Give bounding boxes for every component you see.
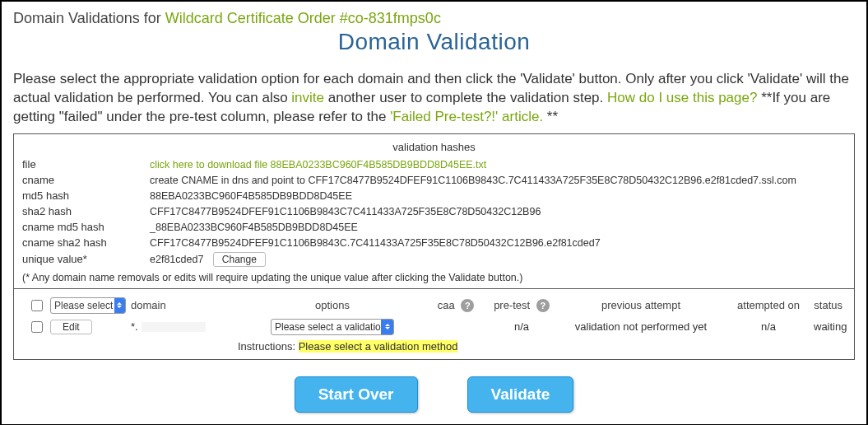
cname-label: cname (22, 174, 150, 186)
order-link[interactable]: Wildcard Certificate Order #co-831fmps0c (165, 10, 441, 26)
breadcrumb-prefix: Domain Validations for (13, 10, 165, 26)
bulk-action-select[interactable]: Please select a (50, 297, 126, 314)
action-button-row: Start Over Validate (13, 376, 855, 413)
row-checkbox[interactable] (31, 321, 43, 333)
dropdown-caret-icon (114, 298, 125, 313)
md5-value: 88EBA0233BC960F4B585DB9BDD8D45EE (150, 190, 846, 202)
hashes-footnote: (* Any domain name removals or edits wil… (22, 272, 846, 283)
file-label: file (22, 158, 150, 170)
page-title: Domain Validation (13, 29, 855, 55)
sha2-value: CFF17C8477B9524DFEF91C1106B9843C7C411433… (150, 206, 846, 217)
attempted-on-cell: n/a (723, 320, 814, 333)
previous-attempt-cell: validation not performed yet (559, 320, 723, 333)
header-previous-attempt: previous attempt (559, 299, 723, 311)
header-attempted-on: attempted on (723, 299, 814, 311)
header-pretest: pre-test (494, 299, 530, 311)
failed-pretest-link[interactable]: 'Failed Pre-test?!' article. (390, 109, 543, 124)
status-cell: waiting (814, 320, 850, 333)
instructions-row: Instructions: Please select a validation… (22, 340, 846, 353)
how-to-link[interactable]: How do I use this page? (607, 90, 757, 105)
start-over-button[interactable]: Start Over (295, 376, 418, 413)
cname-value: create CNAME in dns and point to CFF17C8… (150, 175, 846, 186)
sha2-label: sha2 hash (22, 205, 150, 217)
domain-redacted (142, 322, 206, 332)
cname-md5-value: _88EBA0233BC960F4B585DB9BDD8D45EE (150, 222, 846, 233)
pretest-help-icon[interactable]: ? (536, 299, 550, 312)
domain-cell: *. (131, 320, 238, 333)
unique-value-row: e2f81cded7 Change (150, 252, 846, 267)
change-button[interactable]: Change (213, 252, 266, 267)
header-options: options (238, 299, 427, 311)
bulk-action-select-text: Please select a (51, 298, 114, 313)
caa-help-icon[interactable]: ? (461, 299, 474, 312)
instructions-highlight: Please select a validation method (299, 340, 458, 353)
table-row: Edit *. Please select a validation n/a v… (22, 319, 846, 335)
cname-md5-label: cname md5 hash (22, 221, 150, 233)
breadcrumb: Domain Validations for Wildcard Certific… (13, 10, 855, 27)
unique-value: e2f81cded7 (150, 254, 203, 265)
cname-sha2-value: CFF17C8477B9524DFEF91C1106B9843C.7C41143… (150, 237, 846, 249)
file-download-link[interactable]: click here to download file 88EBA0233BC9… (150, 159, 846, 170)
instructions-label: Instructions: (238, 340, 299, 353)
invite-link[interactable]: invite (291, 90, 324, 105)
select-all-checkbox[interactable] (31, 300, 43, 311)
cname-sha2-label: cname sha2 hash (22, 236, 150, 249)
header-domain: domain (131, 299, 238, 311)
validate-button[interactable]: Validate (467, 376, 574, 413)
validation-method-select-text: Please select a validation (272, 320, 381, 334)
pretest-cell: n/a (485, 320, 559, 333)
header-status: status (814, 299, 846, 311)
hashes-title: validation hashes (22, 141, 846, 153)
domain-table: Please select a domain options caa ? pre… (14, 288, 854, 359)
edit-button[interactable]: Edit (50, 320, 92, 334)
md5-label: md5 hash (22, 189, 150, 202)
dropdown-caret-icon (381, 320, 393, 334)
intro-text-2: another user to complete the validation … (324, 90, 607, 105)
intro-text-4: ** (543, 109, 558, 124)
table-header-row: Please select a domain options caa ? pre… (22, 297, 846, 314)
domain-prefix: *. (131, 320, 138, 333)
unique-value-label: unique value* (22, 253, 150, 265)
intro-paragraph: Please select the appropriate validation… (13, 70, 855, 127)
validation-method-select[interactable]: Please select a validation (271, 319, 394, 335)
header-caa: caa (438, 299, 455, 311)
validation-hashes-box: validation hashes file click here to dow… (13, 133, 855, 360)
